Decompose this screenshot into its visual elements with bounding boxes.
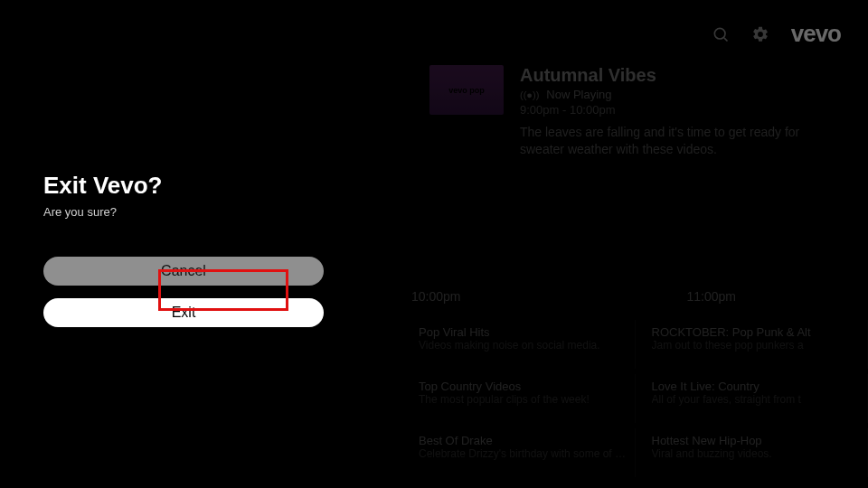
- cancel-button[interactable]: Cancel: [43, 257, 324, 286]
- exit-dialog: Exit Vevo? Are you sure? Cancel Exit: [43, 172, 351, 327]
- app-root: vevo vevo pop Autumnal Vibes ((●)) Now P…: [0, 0, 868, 488]
- dialog-subtitle: Are you sure?: [43, 205, 351, 219]
- dialog-title: Exit Vevo?: [43, 172, 351, 200]
- exit-button[interactable]: Exit: [43, 298, 324, 327]
